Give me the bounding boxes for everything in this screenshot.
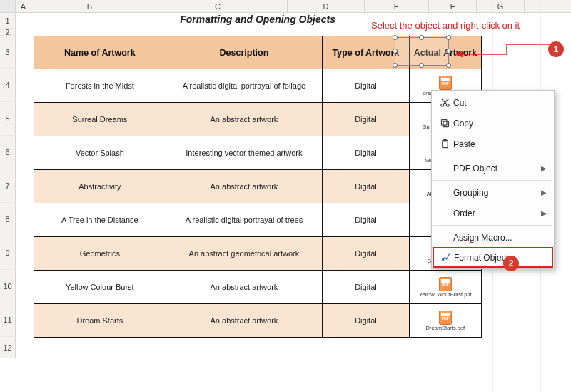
svg-point-2: [446, 104, 449, 106]
annotation-number-1: 1: [548, 41, 564, 57]
select-all-corner[interactable]: [0, 0, 16, 12]
col-name[interactable]: Name of Artwork: [34, 36, 166, 69]
pdf-icon: [439, 277, 452, 291]
table-row: A Tree in the DistanceA realistic digita…: [34, 203, 482, 237]
cell-description[interactable]: An abstract artwork: [166, 304, 323, 338]
col-header-d[interactable]: D: [288, 0, 365, 12]
cell-type[interactable]: Digital: [323, 203, 410, 237]
col-header-e[interactable]: E: [365, 0, 429, 12]
col-header-a[interactable]: A: [16, 0, 31, 12]
cell-type[interactable]: Digital: [323, 304, 410, 338]
svg-point-1: [440, 104, 443, 106]
svg-point-7: [442, 258, 444, 261]
menu-label: Copy: [453, 119, 547, 129]
table-row: Vector SplashInteresting vector themed a…: [34, 136, 482, 170]
cell-type[interactable]: Digital: [323, 103, 410, 136]
row-header-9[interactable]: 9: [0, 236, 16, 270]
resize-handle[interactable]: [419, 35, 424, 40]
cell-name[interactable]: Dream Starts: [34, 304, 166, 338]
menu-separator: [433, 225, 552, 226]
selected-object-outline[interactable]: [395, 37, 449, 66]
menu-order[interactable]: Order ▶: [433, 203, 552, 223]
cell-description[interactable]: An abstract artwork: [166, 271, 323, 304]
cell-type[interactable]: Digital: [323, 136, 410, 170]
table-row: Yellow Colour BurstAn abstract artworkDi…: [34, 271, 482, 304]
cell-name[interactable]: Geometrics: [34, 237, 166, 271]
resize-handle[interactable]: [419, 63, 424, 68]
paste-icon: [436, 139, 453, 149]
row-header-10[interactable]: 10: [0, 270, 16, 303]
menu-cut[interactable]: Cut: [433, 92, 552, 113]
menu-assign-macro[interactable]: Assign Macro...: [433, 227, 552, 248]
menu-label: PDF Object: [453, 164, 541, 174]
row-header-12[interactable]: 12: [0, 337, 16, 358]
table-row: GeometricsAn abstract geometrical artwor…: [34, 237, 482, 271]
row-header-5[interactable]: 5: [0, 102, 16, 136]
resize-handle[interactable]: [393, 63, 398, 68]
cell-description[interactable]: An abstract geometrical artwork: [166, 237, 323, 271]
chevron-right-icon: ▶: [541, 164, 547, 172]
table-row: Dream StartsAn abstract artworkDigitalDr…: [34, 304, 482, 338]
table-row: Forests in the MidstA realistic digital …: [34, 69, 482, 103]
cell-type[interactable]: Digital: [323, 237, 410, 271]
object-filename: YellowColourBurst.pdf: [419, 292, 472, 298]
table-row: AbstractivityAn abstract artworkDigitalA…: [34, 170, 482, 203]
cell-type[interactable]: Digital: [323, 170, 410, 203]
row-header-8[interactable]: 8: [0, 203, 16, 236]
menu-label: Cut: [453, 98, 547, 108]
menu-separator: [433, 156, 552, 156]
col-header-b[interactable]: B: [31, 0, 148, 12]
row-header-7[interactable]: 7: [0, 169, 16, 203]
cell-name[interactable]: Abstractivity: [34, 170, 166, 203]
menu-pdf-object[interactable]: PDF Object ▶: [433, 158, 552, 179]
row-header-3[interactable]: 3: [0, 36, 16, 69]
resize-handle[interactable]: [446, 35, 451, 40]
menu-grouping[interactable]: Grouping ▶: [433, 182, 552, 203]
col-header-f[interactable]: F: [429, 0, 477, 12]
row-header-1[interactable]: 1: [0, 13, 16, 29]
cell-description[interactable]: A realistic digital portrayal of trees: [166, 203, 323, 237]
cell-description[interactable]: An abstract artwork: [166, 103, 323, 136]
cell-artwork[interactable]: DreamStarts.pdf: [409, 304, 481, 338]
cell-name[interactable]: Vector Splash: [34, 136, 166, 170]
menu-label: Paste: [453, 139, 547, 149]
annotation-number-2: 2: [503, 256, 519, 271]
resize-handle[interactable]: [446, 49, 451, 54]
menu-label: Assign Macro...: [453, 233, 547, 243]
embedded-pdf-object[interactable]: DreamStarts.pdf: [411, 306, 480, 336]
row-header-11[interactable]: 11: [0, 303, 16, 337]
cell-name[interactable]: Yellow Colour Burst: [34, 271, 166, 304]
row-header-2[interactable]: 2: [0, 29, 16, 36]
copy-icon: [436, 118, 453, 129]
row-header-6[interactable]: 6: [0, 136, 16, 169]
menu-paste[interactable]: Paste: [433, 134, 552, 154]
resize-handle[interactable]: [393, 35, 398, 40]
artwork-table: Name of Artwork Description Type of Artw…: [34, 36, 482, 338]
cell-description[interactable]: Interesting vector themed artwork: [166, 136, 323, 170]
menu-format-object[interactable]: Format Object...: [433, 247, 553, 268]
resize-handle[interactable]: [446, 63, 451, 68]
spreadsheet-grid: A B C D E F G 1 2 3 4 5 6 7 8 9 10 11 12…: [0, 0, 571, 392]
row-header-4[interactable]: 4: [0, 69, 16, 102]
resize-handle[interactable]: [393, 49, 398, 54]
row-headers: 1 2 3 4 5 6 7 8 9 10 11 12: [0, 13, 16, 358]
col-description[interactable]: Description: [166, 36, 323, 69]
cut-icon: [436, 97, 453, 108]
table-row: Surreal DreamsAn abstract artworkDigital…: [34, 103, 482, 136]
cell-description[interactable]: An abstract artwork: [166, 170, 323, 203]
cell-description[interactable]: A realistic digital portrayal of foliage: [166, 69, 323, 103]
col-header-g[interactable]: G: [477, 0, 525, 12]
menu-copy[interactable]: Copy: [433, 113, 552, 134]
cell-type[interactable]: Digital: [323, 69, 410, 103]
cell-artwork[interactable]: YellowColourBurst.pdf: [409, 271, 481, 304]
format-object-icon: [437, 252, 454, 263]
annotation-instruction: Select the object and right-click on it: [371, 20, 520, 31]
embedded-pdf-object[interactable]: YellowColourBurst.pdf: [411, 272, 480, 302]
cell-type[interactable]: Digital: [323, 271, 410, 304]
cell-name[interactable]: Forests in the Midst: [34, 69, 166, 103]
cell-name[interactable]: Surreal Dreams: [34, 103, 166, 136]
menu-label: Format Object...: [454, 253, 546, 263]
cell-name[interactable]: A Tree in the Distance: [34, 203, 166, 237]
col-header-c[interactable]: C: [148, 0, 288, 12]
svg-rect-3: [443, 121, 449, 127]
